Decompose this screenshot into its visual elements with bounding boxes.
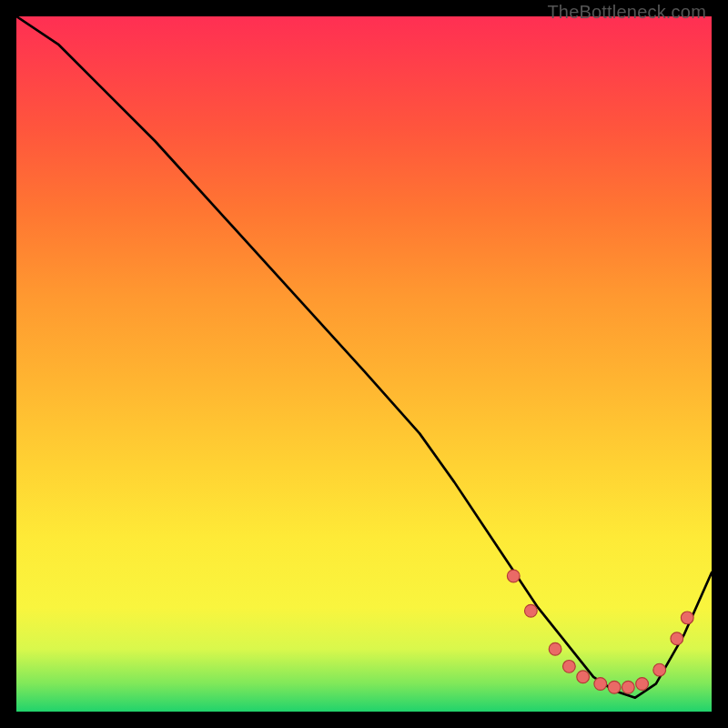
chart-container: TheBottleneck.com [0, 0, 728, 728]
watermark-text: TheBottleneck.com [547, 2, 706, 23]
plot-gradient-background [16, 16, 712, 712]
